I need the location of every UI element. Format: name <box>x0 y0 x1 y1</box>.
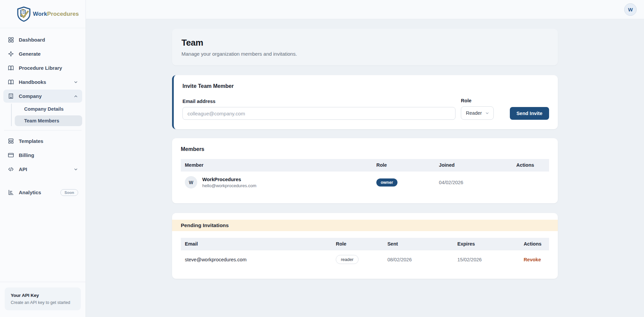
email-field-group: Email address <box>182 99 455 120</box>
sidebar-item-label: Handbooks <box>19 79 46 85</box>
credit-card-icon <box>7 152 14 159</box>
table-row: steve@workprocedures.com reader 08/02/20… <box>181 250 549 269</box>
col-role: Role <box>372 159 435 171</box>
col-joined: Joined <box>435 159 513 171</box>
invite-card-title: Invite Team Member <box>182 83 549 89</box>
book-icon <box>7 64 14 71</box>
members-table-header: Member Role Joined Actions <box>181 159 549 171</box>
col-actions: Actions <box>512 159 549 171</box>
sidebar-item-label: Company <box>19 93 42 99</box>
member-cell: W WorkProcedures hello@workprocedures.co… <box>185 176 368 189</box>
sidebar-item-procedure-library[interactable]: Procedure Library <box>3 61 82 74</box>
invite-form: Email address Role Reader Send Invite <box>182 98 549 120</box>
chevron-down-icon <box>73 80 78 85</box>
sidebar-item-label: Dashboard <box>19 37 45 43</box>
chevron-down-icon <box>73 167 78 172</box>
sent-date: 08/02/2026 <box>383 250 453 269</box>
sparkle-icon <box>7 50 14 57</box>
brand-name: WorkProcedures <box>33 11 79 17</box>
pending-table-header: Email Role Sent Expires Actions <box>181 238 549 250</box>
api-key-title: Your API Key <box>11 293 75 298</box>
table-row: W WorkProcedures hello@workprocedures.co… <box>181 171 549 194</box>
invite-card: Invite Team Member Email address Role Re… <box>172 75 558 129</box>
members-table: Member Role Joined Actions W <box>181 159 549 193</box>
book-icon <box>7 78 14 86</box>
main-area: W Team Manage your organization members … <box>86 0 644 317</box>
revoke-button[interactable]: Revoke <box>524 257 541 262</box>
avatar: W <box>185 176 197 189</box>
members-card: Members Member Role Joined Actions <box>172 138 558 203</box>
send-invite-button[interactable]: Send Invite <box>510 107 549 120</box>
member-email: hello@workprocedures.com <box>202 183 256 188</box>
page-header-card: Team Manage your organization members an… <box>172 29 558 65</box>
sidebar-item-billing[interactable]: Billing <box>3 149 82 162</box>
sidebar-nav: Dashboard Generate Procedure Library Han… <box>0 28 86 282</box>
sidebar-item-label: Procedure Library <box>19 65 62 71</box>
invite-email: steve@workprocedures.com <box>181 250 332 269</box>
role-select-value: Reader <box>466 110 482 116</box>
chevron-down-icon <box>485 111 489 115</box>
sidebar-item-label: Templates <box>19 138 43 144</box>
topbar: W <box>86 0 644 19</box>
col-role: Role <box>332 238 383 250</box>
sidebar-divider <box>4 130 82 130</box>
sidebar-item-label: Generate <box>19 51 41 57</box>
bar-chart-icon <box>7 189 14 196</box>
brand-logo[interactable]: WorkProcedures <box>0 0 86 28</box>
sidebar-item-handbooks[interactable]: Handbooks <box>3 75 82 89</box>
pending-table: Email Role Sent Expires Actions steve@wo… <box>181 238 549 269</box>
col-expires: Expires <box>453 238 520 250</box>
api-key-card[interactable]: Your API Key Create an API key to get st… <box>5 287 81 310</box>
sidebar-item-label: Analytics <box>19 190 41 195</box>
member-name: WorkProcedures <box>202 177 256 182</box>
grid-icon <box>7 36 14 43</box>
expires-date: 15/02/2026 <box>453 250 520 269</box>
sidebar-item-api[interactable]: API <box>3 163 82 176</box>
role-select[interactable]: Reader <box>461 106 494 120</box>
building-icon <box>7 93 14 100</box>
content-scroll[interactable]: Team Manage your organization members an… <box>86 19 644 317</box>
sidebar-item-dashboard[interactable]: Dashboard <box>3 33 82 46</box>
col-sent: Sent <box>383 238 453 250</box>
col-email: Email <box>181 238 332 250</box>
sidebar: WorkProcedures Dashboard Generate Proced… <box>0 0 86 317</box>
sidebar-item-templates[interactable]: Templates <box>3 135 82 148</box>
role-badge: owner <box>376 178 397 187</box>
company-subnav: Company Details Team Members <box>11 104 82 126</box>
sidebar-item-team-members[interactable]: Team Members <box>15 115 82 126</box>
col-member: Member <box>181 159 372 171</box>
soon-badge: Soon <box>60 189 78 196</box>
pending-invitations-card: Pending Invitations Email Role Sent Expi… <box>172 213 558 279</box>
member-actions <box>512 171 549 194</box>
role-label: Role <box>461 98 494 103</box>
pending-card-title: Pending Invitations <box>172 220 558 231</box>
api-key-subtitle: Create an API key to get started <box>11 300 75 305</box>
page-title: Team <box>181 38 548 48</box>
col-actions: Actions <box>520 238 549 250</box>
joined-date: 04/02/2026 <box>435 171 513 194</box>
members-card-title: Members <box>181 146 549 152</box>
sidebar-item-label: Billing <box>19 152 34 158</box>
sidebar-item-generate[interactable]: Generate <box>3 47 82 60</box>
chevron-up-icon <box>73 94 78 99</box>
code-icon <box>7 166 14 173</box>
user-avatar[interactable]: W <box>624 3 637 16</box>
sidebar-footer: Your API Key Create an API key to get st… <box>0 282 86 317</box>
email-input[interactable] <box>182 107 455 120</box>
sidebar-item-analytics[interactable]: Analytics Soon <box>3 186 82 199</box>
layout-icon <box>7 138 14 145</box>
email-label: Email address <box>182 99 455 104</box>
sidebar-item-company-details[interactable]: Company Details <box>15 104 82 114</box>
role-field-group: Role Reader <box>461 98 494 120</box>
role-badge: reader <box>336 255 359 264</box>
sidebar-item-label: API <box>19 166 27 172</box>
shield-logo-icon <box>16 6 32 22</box>
sidebar-item-company[interactable]: Company <box>3 90 82 103</box>
page-subtitle: Manage your organization members and inv… <box>181 51 548 57</box>
